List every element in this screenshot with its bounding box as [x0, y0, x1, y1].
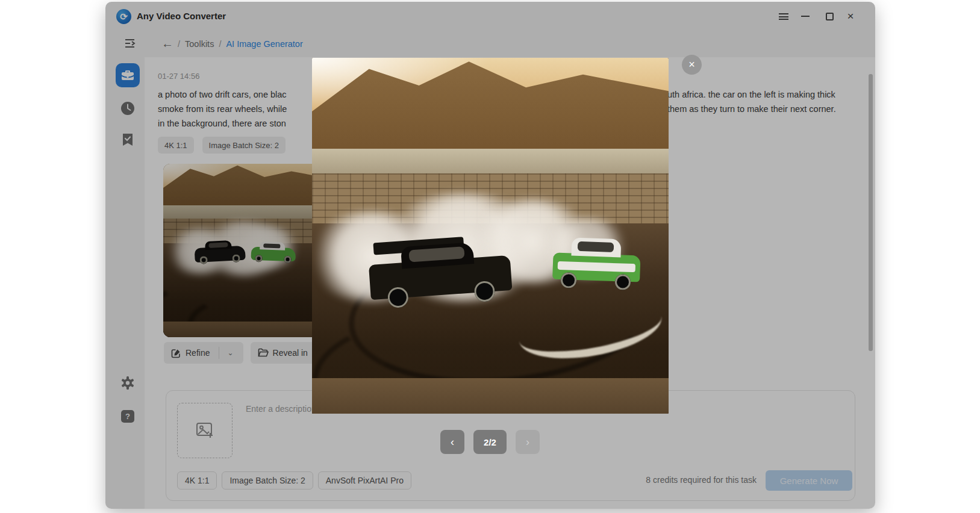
- drift-cars-photo-art: [312, 58, 669, 414]
- page-indicator: 2/2: [473, 430, 507, 454]
- preview-close-button[interactable]: ×: [682, 55, 702, 75]
- preview-pager: ‹ 2/2 ›: [105, 430, 875, 454]
- image-preview: [312, 58, 669, 414]
- prev-image-button[interactable]: ‹: [440, 430, 464, 454]
- desktop: ⟳ Any Video Converter × ← / Toolkits / A…: [0, 0, 980, 513]
- next-image-button: ›: [516, 430, 540, 454]
- app-window: ⟳ Any Video Converter × ← / Toolkits / A…: [105, 2, 875, 509]
